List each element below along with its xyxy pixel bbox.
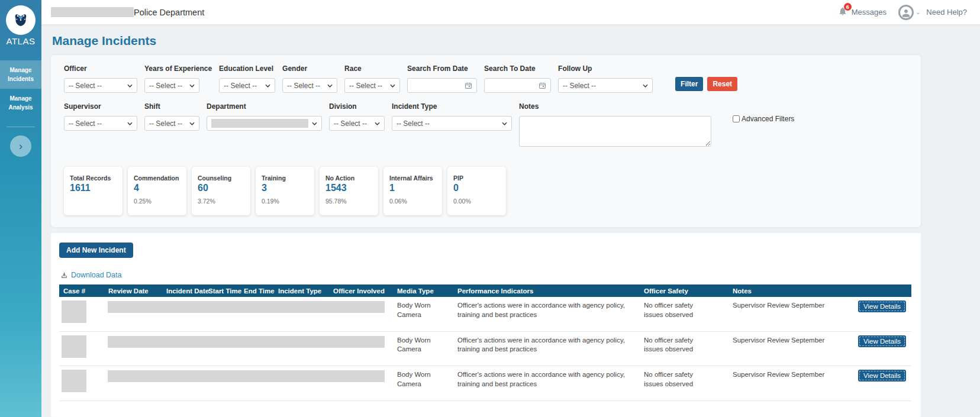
sidebar-collapse-button[interactable]: ›	[10, 135, 31, 157]
page-content: Manage Incidents Officer -- Select -- Ye…	[41, 24, 980, 417]
sidebar-item-manage-analysis[interactable]: Manage Analysis	[0, 89, 41, 117]
incident-type-select[interactable]: -- Select --	[392, 116, 512, 131]
user-avatar[interactable]	[898, 5, 914, 20]
stat-label: Counseling	[198, 174, 244, 182]
chevron-down-icon	[327, 84, 333, 88]
view-details-button[interactable]: View Details	[858, 335, 906, 347]
col-officer-safety: Officer Safety	[642, 287, 731, 295]
reset-button[interactable]: Reset	[707, 77, 737, 91]
stat-value: 60	[198, 183, 244, 193]
select-value: -- Select --	[349, 82, 382, 90]
officer-safety-cell: No officer safety issues observed	[642, 370, 731, 389]
messages-badge: 6	[844, 3, 852, 11]
advanced-filters-label: Advanced Filters	[742, 115, 794, 123]
race-select[interactable]: -- Select --	[344, 78, 400, 93]
officer-safety-cell: No officer safety issues observed	[642, 335, 731, 354]
stat-percent: 0.00%	[453, 198, 500, 205]
select-value: -- Select --	[334, 119, 367, 128]
select-value: -- Select --	[69, 82, 102, 90]
download-data-link[interactable]: Download Data	[60, 271, 121, 279]
sidebar-item-manage-incidents[interactable]: Manage Incidents	[0, 60, 41, 89]
table-row: Body Worn Camera Officer's actions were …	[59, 366, 911, 401]
filter-gender: Gender -- Select --	[282, 64, 337, 93]
stat-value: 1611	[70, 183, 117, 193]
stat-card-commendation: Commendation 4 0.25%	[128, 167, 186, 215]
add-new-incident-button[interactable]: Add New Incident	[59, 243, 133, 258]
filter-row-2: Supervisor -- Select -- Shift -- Select …	[64, 102, 908, 149]
filter-label: Department	[207, 102, 322, 111]
stat-card-no-action: No Action 1543 95.78%	[320, 167, 378, 215]
search-to-date-input[interactable]	[484, 78, 551, 93]
calendar-icon	[539, 82, 546, 89]
stat-value: 3	[262, 183, 308, 193]
view-details-button[interactable]: View Details	[858, 300, 906, 312]
need-help-link[interactable]: Need Help?	[926, 8, 967, 17]
col-media-type: Media Type	[395, 287, 456, 295]
sidebar-item-label: Manage Incidents	[8, 67, 34, 82]
atlas-logo-text: ATLAS	[6, 36, 36, 46]
gender-select[interactable]: -- Select --	[282, 78, 337, 93]
redacted-org-name	[51, 7, 134, 17]
stat-value: 4	[134, 183, 180, 193]
stat-value: 1	[389, 183, 436, 193]
chevron-down-icon	[127, 84, 133, 88]
messages-link[interactable]: Messages	[852, 8, 886, 17]
chevron-down-icon	[502, 122, 507, 125]
filter-label: Officer	[64, 64, 137, 73]
shift-select[interactable]: -- Select --	[144, 116, 199, 131]
incidents-table: Case # Review Date Incident Date Start T…	[59, 285, 911, 401]
notes-textarea[interactable]	[519, 116, 711, 147]
view-details-button[interactable]: View Details	[858, 370, 906, 382]
chevron-down-icon	[189, 122, 195, 125]
department-select[interactable]	[207, 116, 322, 131]
chevron-down-icon	[312, 122, 317, 125]
filter-label: Incident Type	[392, 102, 512, 111]
stat-card-pip: PIP 0 0.00%	[447, 167, 506, 215]
media-type-cell: Body Worn Camera	[395, 335, 456, 354]
filter-race: Race -- Select --	[344, 64, 400, 93]
advanced-filters-checkbox[interactable]	[733, 115, 740, 122]
stat-label: PIP	[453, 174, 500, 182]
filter-incident-type: Incident Type -- Select --	[392, 102, 512, 131]
stat-card-counseling: Counseling 60 3.72%	[192, 167, 250, 215]
division-select[interactable]: -- Select --	[329, 116, 385, 131]
filter-education-level: Education Level -- Select --	[219, 64, 275, 93]
filter-label: Race	[344, 64, 400, 73]
advanced-filters: Advanced Filters	[733, 115, 794, 123]
col-notes: Notes	[731, 287, 858, 295]
stat-label: Training	[262, 174, 308, 182]
stat-card-total-records: Total Records 1611	[64, 167, 122, 215]
col-performance-indicators: Performance Indicators	[456, 287, 642, 295]
education-level-select[interactable]: -- Select --	[219, 78, 275, 93]
search-from-date-input[interactable]	[407, 78, 477, 93]
top-bar: Police Department 6 Messages ⌄ Need Help…	[41, 0, 980, 24]
select-value: -- Select --	[396, 119, 430, 128]
redacted-incident-fields	[108, 336, 385, 348]
officer-select[interactable]: -- Select --	[64, 78, 137, 93]
supervisor-select[interactable]: -- Select --	[64, 116, 137, 131]
filter-label: Follow Up	[558, 64, 653, 73]
chevron-down-icon[interactable]: ⌄	[915, 9, 920, 15]
filter-search-from-date: Search From Date	[407, 64, 477, 93]
table-row: Body Worn Camera Officer's actions were …	[59, 297, 911, 332]
follow-up-select[interactable]: -- Select --	[558, 78, 653, 93]
notifications-button[interactable]: 6	[838, 7, 847, 18]
org-title: Police Department	[134, 8, 204, 17]
select-value: -- Select --	[563, 82, 596, 90]
filter-label: Gender	[282, 64, 337, 73]
years-of-experience-select[interactable]: -- Select --	[144, 78, 199, 93]
org-title-group: Police Department	[51, 7, 204, 17]
filter-label: Education Level	[219, 64, 275, 73]
notes-cell: Supervisor Review September	[731, 370, 858, 380]
chevron-down-icon	[189, 84, 195, 88]
sidebar-divider	[7, 127, 35, 127]
col-officer-involved: Officer Involved	[331, 287, 395, 295]
chevron-right-icon: ›	[19, 140, 22, 151]
sidebar-menu: Manage Incidents Manage Analysis	[0, 60, 41, 117]
filter-button[interactable]: Filter	[675, 77, 703, 91]
person-icon	[901, 8, 911, 18]
stat-card-internal-affairs: Internal Affairs 1 0.06%	[383, 167, 442, 215]
stat-label: Internal Affairs	[389, 174, 436, 182]
filter-label: Search To Date	[484, 64, 551, 73]
col-end-time: End Time	[242, 287, 276, 295]
